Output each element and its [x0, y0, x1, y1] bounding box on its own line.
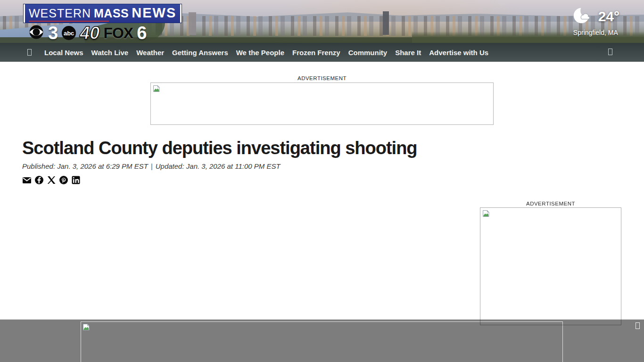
- bottom-ad-frame[interactable]: [81, 321, 563, 362]
- nav-item-share-it[interactable]: Share It: [395, 49, 421, 57]
- logo-mass-text: MASS: [94, 7, 129, 20]
- published-timestamp: Published: Jan. 3, 2026 at 6:29 PM EST: [22, 162, 148, 170]
- bottom-ad-bar: [0, 319, 644, 362]
- skyline-tower: [189, 12, 196, 35]
- fox-channel-number: 6: [137, 24, 147, 42]
- nav-item-advertise[interactable]: Advertise with Us: [429, 49, 488, 57]
- logo-news-text: NEWS: [132, 5, 176, 21]
- weather-widget[interactable]: 24° Springfield, MA: [572, 5, 619, 36]
- fox-logo-text: FOX: [103, 25, 133, 41]
- publish-line: Published: Jan. 3, 2026 at 6:29 PM EST|U…: [22, 162, 644, 170]
- nav-item-weather[interactable]: Weather: [136, 49, 164, 57]
- article-headline: Scotland County deputies investigating s…: [22, 139, 494, 158]
- abc-channel-number: 40: [80, 24, 99, 42]
- timestamp-separator: |: [148, 162, 156, 170]
- main-navigation: Local News Watch Live Weather Getting An…: [0, 43, 644, 62]
- abc-logo-icon: abc: [62, 26, 76, 40]
- share-linkedin-icon[interactable]: [71, 175, 81, 185]
- broken-image-icon: [482, 210, 490, 219]
- skyline-tower: [383, 11, 389, 35]
- right-ad-label: ADVERTISEMENT: [480, 201, 621, 206]
- nav-item-getting-answers[interactable]: Getting Answers: [172, 49, 228, 57]
- nav-item-watch-live[interactable]: Watch Live: [91, 49, 129, 57]
- top-ad-frame[interactable]: [150, 82, 494, 125]
- temperature-reading: 24°: [598, 8, 619, 25]
- cbs-channel-number: 3: [48, 24, 58, 42]
- top-ad-label: ADVERTISEMENT: [150, 75, 494, 81]
- nav-item-local-news[interactable]: Local News: [44, 49, 83, 57]
- logo-red-underline: [29, 21, 109, 22]
- updated-timestamp: Updated: Jan. 3, 2026 at 11:00 PM EST: [156, 162, 281, 170]
- hamburger-menu-icon[interactable]: [27, 49, 32, 56]
- station-channel-logos: 3 abc 40 FOX 6: [28, 24, 182, 42]
- masthead: WESTERN MASS NEWS 3 abc 40 FOX 6: [0, 0, 644, 43]
- logo-western-text: WESTERN: [29, 7, 91, 20]
- station-logo[interactable]: WESTERN MASS NEWS 3 abc 40 FOX 6: [24, 4, 182, 42]
- nav-item-community[interactable]: Community: [348, 49, 388, 57]
- close-ad-icon[interactable]: [636, 322, 640, 329]
- share-x-icon[interactable]: [47, 175, 56, 185]
- search-icon[interactable]: [608, 49, 612, 55]
- article-main: Scotland County deputies investigating s…: [0, 139, 644, 185]
- top-ad-slot: ADVERTISEMENT: [150, 75, 494, 125]
- right-ad-frame[interactable]: [480, 207, 621, 325]
- moon-cloud-icon: [572, 5, 594, 28]
- broken-image-icon: [83, 323, 90, 333]
- share-facebook-icon[interactable]: [34, 175, 44, 185]
- nav-item-frozen-frenzy[interactable]: Frozen Frenzy: [292, 49, 340, 57]
- weather-location: Springfield, MA: [572, 29, 619, 36]
- share-pinterest-icon[interactable]: [59, 175, 68, 185]
- station-logo-banner: WESTERN MASS NEWS: [24, 4, 182, 23]
- cbs-eye-icon: [28, 24, 44, 42]
- right-rail-ad-slot: ADVERTISEMENT: [480, 201, 621, 325]
- share-email-icon[interactable]: [22, 175, 32, 185]
- nav-item-we-the-people[interactable]: We the People: [236, 49, 284, 57]
- broken-image-icon: [153, 85, 160, 94]
- share-toolbar: [22, 175, 644, 185]
